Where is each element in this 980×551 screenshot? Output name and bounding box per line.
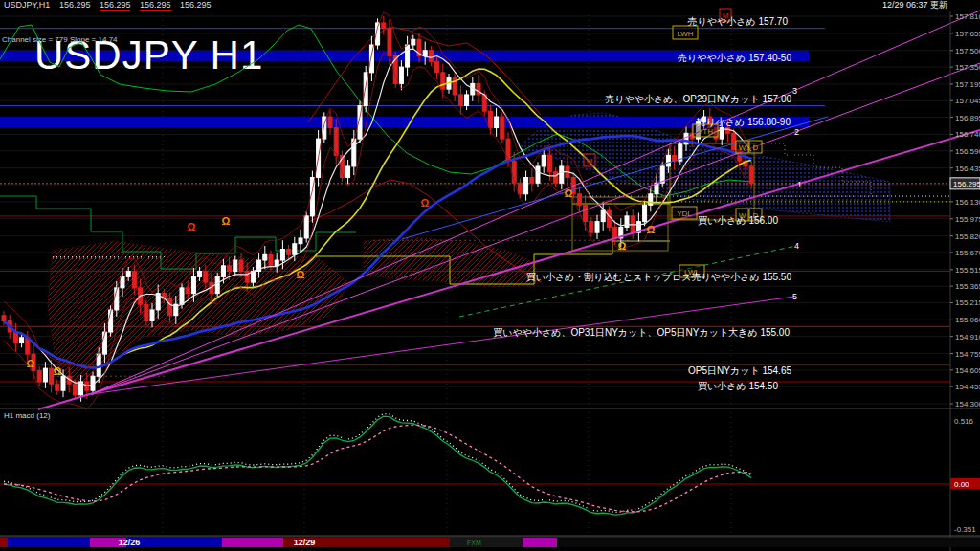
macd-signal-line <box>4 425 751 512</box>
session-segment <box>557 538 980 547</box>
price-tick-label: 157.045 <box>955 97 980 105</box>
quote-open: 156.295 <box>59 0 91 10</box>
channel-info-label: Channel size = 779 Slope = 14.74 <box>2 35 118 44</box>
price-tick-label: 154.455 <box>955 383 980 391</box>
price-annotation: 売りやや小さめ 157.70 <box>687 16 788 27</box>
order-band <box>0 117 809 128</box>
level-tag-label: YDL <box>677 209 692 218</box>
price-tick-label: 154.300 <box>955 400 980 408</box>
price-tick-label: 157.810 <box>955 12 980 21</box>
price-annotation: 買い小さめ・割り込むとストップロス売りやや小さめ 155.50 <box>526 272 792 282</box>
trendline-label: 5 <box>792 292 797 301</box>
price-tick-label: 156.130 <box>955 198 980 207</box>
macd-tick-label: -0.351 <box>954 525 976 534</box>
session-note: FXM <box>467 540 481 546</box>
price-tick-label: 156.435 <box>955 165 980 173</box>
signal-marker: Ω <box>27 358 35 369</box>
signal-marker: Ω <box>421 197 430 209</box>
price-tick-label: 156.590 <box>955 147 980 156</box>
price-annotation: 売りやや小さめ、OP29日NYカット 157.00 <box>605 94 791 104</box>
signal-marker: Ω <box>54 365 62 377</box>
signal-marker: Ω <box>222 215 231 227</box>
signal-marker: Ω <box>565 187 573 199</box>
session-segment <box>8 538 90 547</box>
price-tick-label: 155.365 <box>955 282 980 291</box>
price-tick-label: 156.895 <box>955 114 980 122</box>
price-tick-label: 155.060 <box>955 316 980 324</box>
level-tag-label: D <box>753 143 759 152</box>
trendline-label: 1 <box>797 180 802 189</box>
level-tag-label: LWH <box>677 30 693 38</box>
session-segment <box>0 538 8 547</box>
price-tick-label: 157.500 <box>955 47 980 55</box>
price-annotation: 売り小さめ 156.80-90 <box>696 117 791 127</box>
quote-low: 156.295 <box>140 0 171 11</box>
quote-close: 156.295 <box>180 0 212 10</box>
macd-tick-label: 0.516 <box>954 417 974 426</box>
price-tick-label: 154.910 <box>955 333 980 342</box>
session-segment <box>126 538 222 547</box>
price-tick-label: 154.755 <box>955 350 980 359</box>
signal-marker: Ω <box>618 240 627 252</box>
signal-marker: Ω <box>188 221 196 232</box>
price-tick-label: 157.655 <box>955 30 980 38</box>
price-annotation: OP5日NYカット 154.65 <box>688 365 791 376</box>
macd-main-line <box>4 416 751 515</box>
macd-tick-label: 0.00 <box>954 480 969 489</box>
mt4-chart-window: USDJPY H132145ΩΩΩΩΩΩΩΩΩLWHYTHWDYDLWDLWLM… <box>0 0 980 551</box>
symbol-quote: USDJPY,H1 156.295 156.295 156.295 156.29… <box>4 0 218 10</box>
current-price-label: 156.295 <box>953 180 980 188</box>
trendline-label: 4 <box>794 241 799 251</box>
date-label: 12/29 <box>294 538 316 547</box>
price-tick-label: 155.820 <box>955 232 980 241</box>
date-label: 12/26 <box>119 538 141 547</box>
session-segment <box>450 538 523 547</box>
price-annotation: 買いやや小さめ、OP31日NYカット、OP5日NYカット大きめ 155.00 <box>493 327 790 338</box>
price-tick-label: 155.515 <box>955 266 980 275</box>
price-tick-label: 156.740 <box>955 130 980 139</box>
macd-ghost-line <box>4 413 751 512</box>
macd-indicator-label: H1 macd (12) <box>4 411 50 420</box>
trendline-label: 2 <box>794 127 799 137</box>
price-tick-label: 154.605 <box>955 366 980 375</box>
level-tag-label: M <box>587 157 593 165</box>
session-segment <box>222 538 283 547</box>
price-tick-label: 155.975 <box>955 215 980 224</box>
quote-bar: USDJPY,H1 156.295 156.295 156.295 156.29… <box>0 0 980 11</box>
trendline-label: 3 <box>792 86 797 96</box>
symbol-period-label: USDJPY,H1 <box>4 0 50 10</box>
price-annotation: 買い小さめ 154.50 <box>698 381 779 391</box>
level-tag-label: W <box>739 143 746 152</box>
price-tick-label: 157.195 <box>955 80 980 89</box>
red-channel-top <box>308 27 541 122</box>
price-annotation: 買い小さめ 156.00 <box>698 215 779 226</box>
quote-high: 156.295 <box>100 0 131 11</box>
signal-marker: Ω <box>647 224 656 235</box>
signal-marker: Ω <box>297 269 305 280</box>
price-tick-label: 155.215 <box>955 298 980 307</box>
session-segment <box>523 538 557 547</box>
price-tick-label: 157.350 <box>955 63 980 72</box>
chart-canvas[interactable]: USDJPY H132145ΩΩΩΩΩΩΩΩΩLWHYTHWDYDLWDLWLM… <box>0 0 980 551</box>
level-tag-label: YTH <box>698 127 713 136</box>
price-tick-label: 155.670 <box>955 249 980 257</box>
price-annotation: 売りやや小さめ 157.40-50 <box>678 53 791 63</box>
update-timestamp: 12/29 06:37 更新 <box>882 0 947 10</box>
